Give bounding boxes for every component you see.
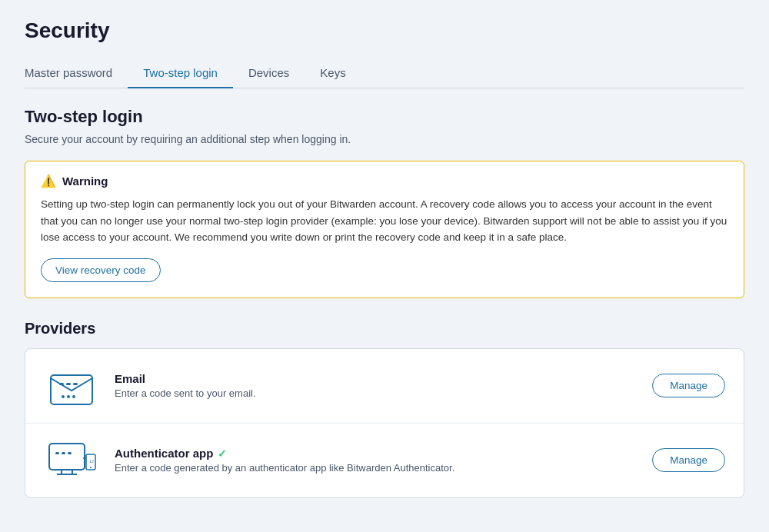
warning-label: Warning bbox=[62, 175, 108, 188]
page-container: Security Master password Two-step login … bbox=[0, 0, 769, 532]
email-provider-desc: Enter a code sent to your email. bbox=[115, 387, 637, 399]
svg-point-12 bbox=[90, 467, 92, 468]
authenticator-provider-desc: Enter a code generated by an authenticat… bbox=[115, 462, 637, 474]
svg-point-5 bbox=[67, 395, 70, 398]
svg-rect-2 bbox=[66, 383, 71, 385]
view-recovery-code-button[interactable]: View recovery code bbox=[41, 258, 161, 282]
section-title: Two-step login bbox=[25, 107, 744, 127]
authenticator-provider-info: Authenticator app ✓ Enter a code generat… bbox=[115, 447, 637, 474]
email-provider-icon bbox=[44, 363, 99, 409]
tab-devices[interactable]: Devices bbox=[233, 58, 305, 88]
email-manage-button[interactable]: Manage bbox=[652, 374, 725, 397]
svg-rect-7 bbox=[49, 444, 85, 470]
enabled-check-icon: ✓ bbox=[218, 447, 227, 460]
svg-rect-3 bbox=[73, 383, 78, 385]
tabs-bar: Master password Two-step login Devices K… bbox=[25, 58, 744, 88]
authenticator-provider-name: Authenticator app ✓ bbox=[115, 447, 637, 460]
svg-point-6 bbox=[72, 395, 75, 398]
provider-row-authenticator: 12 Authenticator app ✓ Enter a code gene… bbox=[25, 424, 744, 497]
warning-text: Setting up two-step login can permanentl… bbox=[41, 196, 728, 246]
email-provider-name: Email bbox=[115, 372, 637, 385]
warning-header: ⚠️ Warning bbox=[41, 174, 728, 188]
svg-rect-8 bbox=[55, 452, 59, 454]
providers-card: Email Enter a code sent to your email. M… bbox=[25, 348, 744, 498]
tab-keys[interactable]: Keys bbox=[305, 58, 361, 88]
provider-row-email: Email Enter a code sent to your email. M… bbox=[25, 349, 744, 424]
svg-rect-9 bbox=[62, 452, 65, 454]
tab-master-password[interactable]: Master password bbox=[25, 58, 128, 88]
warning-icon: ⚠️ bbox=[41, 174, 56, 188]
authenticator-manage-button[interactable]: Manage bbox=[652, 448, 725, 472]
warning-box: ⚠️ Warning Setting up two-step login can… bbox=[25, 161, 744, 298]
providers-title: Providers bbox=[25, 320, 744, 337]
svg-rect-10 bbox=[68, 452, 72, 454]
page-title: Security bbox=[25, 18, 744, 43]
email-provider-info: Email Enter a code sent to your email. bbox=[115, 372, 637, 399]
svg-text:12: 12 bbox=[89, 459, 94, 464]
svg-rect-1 bbox=[59, 383, 64, 385]
tab-two-step-login[interactable]: Two-step login bbox=[128, 58, 233, 88]
email-icon-svg bbox=[45, 364, 98, 407]
section-subtitle: Secure your account by requiring an addi… bbox=[25, 133, 744, 145]
authenticator-provider-icon: 12 bbox=[44, 437, 99, 484]
authenticator-icon-svg: 12 bbox=[45, 439, 98, 482]
svg-point-4 bbox=[62, 395, 65, 398]
